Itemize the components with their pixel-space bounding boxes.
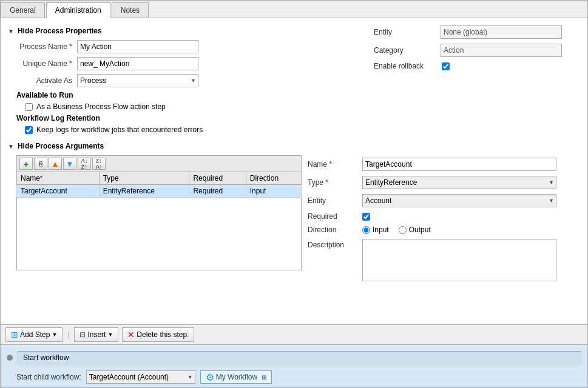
workflow-link-label: My Workflow (216, 373, 257, 381)
business-process-flow-label: As a Business Process Flow action step (36, 102, 166, 111)
tab-bar: General Administration Notes (1, 1, 587, 18)
add-step-button[interactable]: ⊞ Add Step ▼ (5, 327, 63, 342)
radio-input[interactable] (362, 226, 370, 234)
process-properties-section: ▼ Hide Process Properties Process Name *… (8, 23, 580, 137)
arg-description-textarea[interactable] (362, 239, 556, 281)
scroll-area: ▼ Hide Process Properties Process Name *… (1, 18, 587, 324)
category-input (441, 44, 562, 57)
entity-input (441, 25, 562, 39)
col-direction: Direction (246, 172, 301, 185)
workflow-area: Start workflow Start child workflow: Tar… (1, 344, 587, 387)
move-down-button[interactable]: ▼ (63, 158, 76, 170)
args-body: + ⎘ ▲ ▼ A↓Z↑ Z↓A↑ Name* (8, 155, 580, 286)
child-workflow-label: Start child workflow: (16, 373, 81, 381)
process-arguments-section: ▼ Hide Process Arguments + ⎘ ▲ ▼ A↓Z↑ (8, 142, 580, 286)
insert-label: Insert (87, 330, 106, 339)
activate-as-row: Activate As Process (8, 74, 362, 87)
sort-za-button[interactable]: Z↓A↑ (92, 158, 106, 170)
process-name-input[interactable] (77, 40, 198, 53)
arg-entity-select[interactable]: Account (362, 194, 556, 207)
toggle-args-icon[interactable]: ▼ (8, 143, 14, 150)
entity-row: Entity (374, 25, 580, 39)
radio-output[interactable] (399, 226, 407, 234)
move-up-button[interactable]: ▲ (49, 158, 62, 170)
toggle-icon[interactable]: ▼ (8, 28, 14, 35)
arg-type-label: Type * (308, 178, 362, 187)
tab-notes[interactable]: Notes (112, 2, 149, 18)
main-container: General Administration Notes ▼ Hide Proc… (0, 0, 588, 388)
activate-as-select[interactable]: Process (77, 74, 198, 87)
arg-type-select[interactable]: EntityReference (362, 176, 556, 189)
tab-administration[interactable]: Administration (46, 2, 110, 18)
arg-entity-select-wrapper: Account (362, 194, 556, 207)
insert-icon: ⊟ (79, 330, 86, 339)
args-left-panel: + ⎘ ▲ ▼ A↓Z↑ Z↓A↑ Name* (16, 155, 302, 286)
arg-entity-label: Entity (308, 196, 362, 205)
activate-as-label: Activate As (16, 76, 77, 85)
radio-output-label[interactable]: Output (399, 226, 431, 234)
arg-direction-row: Direction Input Output (308, 226, 580, 234)
args-two-col: + ⎘ ▲ ▼ A↓Z↑ Z↓A↑ Name* (16, 155, 580, 286)
delete-step-button[interactable]: ✕ Delete this step. (122, 327, 194, 342)
workflow-expand-icon: ⊞ (262, 374, 266, 381)
category-row: Category (374, 44, 580, 57)
add-step-label: Add Step (20, 330, 50, 339)
child-workflow-select[interactable]: TargetAccount (Account) (86, 370, 195, 384)
direction-radio-group: Input Output (362, 226, 431, 234)
arg-direction-label: Direction (308, 226, 362, 234)
tab-general[interactable]: General (1, 2, 45, 18)
business-process-flow-row: As a Business Process Flow action step (8, 102, 362, 111)
workflow-log-row: Keep logs for workflow jobs that encount… (8, 125, 362, 134)
insert-arrow: ▼ (107, 332, 113, 338)
sort-az-button[interactable]: A↓Z↑ (78, 158, 91, 170)
arg-required-checkbox[interactable] (362, 213, 370, 221)
process-arguments-header: ▼ Hide Process Arguments (8, 142, 580, 150)
copy-arg-button[interactable]: ⎘ (34, 158, 47, 170)
arg-name-label: Name * (308, 160, 362, 169)
process-name-label: Process Name * (16, 42, 77, 51)
unique-name-label: Unique Name * (16, 59, 77, 68)
delete-label: Delete this step. (137, 330, 189, 339)
process-properties-header: ▼ Hide Process Properties (8, 27, 362, 35)
workflow-log-checkbox[interactable] (25, 126, 33, 134)
cell-direction: Input (246, 185, 301, 198)
content-area: ▼ Hide Process Properties Process Name *… (1, 18, 587, 387)
workflow-link-button[interactable]: ⚙ My Workflow ⊞ (200, 370, 272, 384)
radio-input-label[interactable]: Input (362, 226, 389, 234)
arg-type-select-wrapper: EntityReference (362, 176, 556, 189)
arg-type-row: Type * EntityReference (308, 176, 580, 189)
cell-type: EntityReference (99, 185, 189, 198)
activate-as-select-wrapper: Process (77, 74, 198, 87)
args-toolbar: + ⎘ ▲ ▼ A↓Z↑ Z↓A↑ (16, 155, 302, 172)
enable-rollback-row: Enable rollback (374, 62, 580, 70)
step-title: Start workflow (18, 351, 581, 364)
business-process-flow-checkbox[interactable] (25, 103, 33, 111)
child-select-wrapper: TargetAccount (Account) (86, 370, 195, 384)
workflow-log-label: Keep logs for workflow jobs that encount… (36, 125, 203, 134)
left-column: ▼ Hide Process Properties Process Name *… (8, 23, 362, 137)
args-table-header: Name* Type Required Direction (17, 172, 302, 185)
category-label: Category (374, 46, 441, 55)
add-step-icon: ⊞ (11, 330, 18, 340)
arg-entity-row: Entity Account (308, 194, 580, 207)
separator-1: | (67, 330, 69, 339)
arg-name-input[interactable] (362, 158, 556, 171)
cell-required: Required (189, 185, 246, 198)
arg-required-row: Required (308, 212, 580, 221)
workflow-log-title: Workflow Log Retention (8, 114, 362, 122)
add-arg-button[interactable]: + (19, 158, 33, 170)
step-bullet (7, 355, 13, 361)
args-table: Name* Type Required Direction TargetAcco… (16, 172, 302, 198)
table-row[interactable]: TargetAccount EntityReference Required I… (17, 185, 302, 198)
enable-rollback-checkbox[interactable] (442, 62, 450, 70)
insert-button[interactable]: ⊟ Insert ▼ (74, 327, 118, 342)
unique-name-row: Unique Name * (8, 57, 362, 70)
table-empty-space (16, 198, 302, 270)
available-to-run-title: Available to Run (8, 91, 362, 99)
col-type: Type (99, 172, 189, 185)
arg-required-label: Required (308, 212, 362, 221)
workflow-step: Start workflow (7, 349, 581, 367)
section-title-args: Hide Process Arguments (18, 142, 104, 150)
unique-name-input[interactable] (77, 57, 198, 70)
section-title-process: Hide Process Properties (18, 27, 102, 35)
